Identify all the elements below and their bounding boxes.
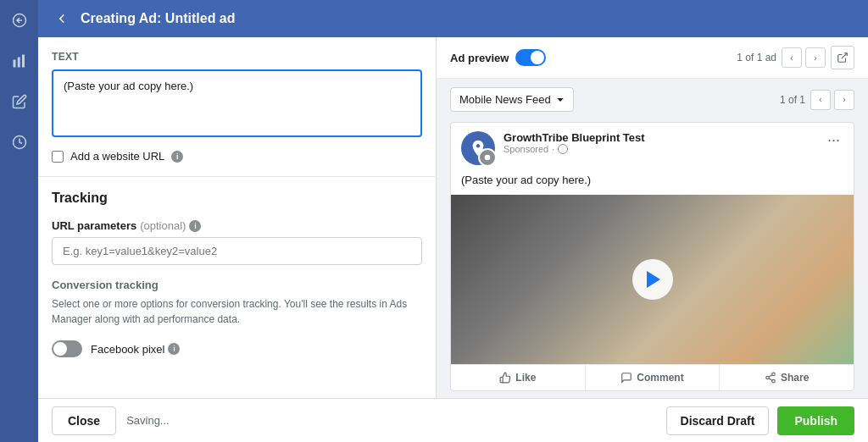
text-section: Text (Paste your ad copy here.) Add a we… <box>38 37 436 177</box>
url-params-input[interactable] <box>52 237 422 265</box>
header-back-button[interactable] <box>52 8 72 29</box>
like-button[interactable]: Like <box>451 365 585 390</box>
svg-point-9 <box>772 373 776 376</box>
placement-selector: Mobile News Feed 1 of 1 ‹ › <box>450 87 854 112</box>
svg-point-11 <box>772 379 776 383</box>
play-triangle-icon <box>647 271 660 288</box>
body-split: Text (Paste your ad copy here.) Add a we… <box>38 37 868 398</box>
add-url-label: Add a website URL <box>70 150 164 163</box>
add-url-checkbox[interactable] <box>52 151 64 163</box>
bar-chart-icon[interactable] <box>8 49 31 73</box>
svg-rect-2 <box>13 60 15 68</box>
url-params-label: URL parameters (optional) i <box>52 219 422 232</box>
header: Creating Ad: Untitled ad <box>38 0 868 37</box>
svg-point-10 <box>766 376 770 379</box>
ad-card-info: GrowthTribe Blueprint Test Sponsored · <box>504 131 815 154</box>
ad-nav-arrows: ‹ › <box>782 47 826 68</box>
add-url-info-icon[interactable]: i <box>171 151 183 163</box>
placement-count: 1 of 1 ‹ › <box>780 90 854 110</box>
share-button[interactable]: Share <box>719 365 854 390</box>
bottom-bar: Close Saving... Discard Draft Publish <box>38 398 868 442</box>
page-title: Creating Ad: Untitled ad <box>81 11 236 26</box>
svg-rect-3 <box>17 58 19 68</box>
external-link-icon[interactable] <box>831 46 854 69</box>
clock-icon[interactable] <box>8 130 31 154</box>
tracking-section: Tracking URL parameters (optional) i Con… <box>38 177 436 381</box>
left-panel: Text (Paste your ad copy here.) Add a we… <box>38 37 437 398</box>
more-options-icon[interactable]: ··· <box>824 131 843 149</box>
ad-actions: Like Comment Share <box>451 364 854 390</box>
ad-preview-left: Ad preview <box>450 49 546 66</box>
svg-line-13 <box>769 375 772 377</box>
sponsored-row: Sponsored · <box>504 144 815 154</box>
ad-preview-label: Ad preview <box>450 52 509 64</box>
back-icon[interactable] <box>8 8 31 32</box>
preview-container: Mobile News Feed 1 of 1 ‹ › <box>437 79 868 398</box>
main-content: Creating Ad: Untitled ad Text (Paste you… <box>38 0 868 442</box>
conversion-tracking-label: Conversion tracking <box>52 279 422 291</box>
ad-preview-toggle[interactable] <box>515 49 546 66</box>
conversion-tracking-desc: Select one or more options for conversio… <box>52 296 422 327</box>
ad-body-text: (Paste your ad copy here.) <box>451 174 854 195</box>
globe-icon <box>558 144 568 154</box>
facebook-pixel-label: Facebook pixel i <box>91 343 180 356</box>
facebook-pixel-toggle[interactable] <box>52 340 82 357</box>
svg-line-12 <box>769 378 772 380</box>
comment-button[interactable]: Comment <box>585 365 720 390</box>
discard-draft-button[interactable]: Discard Draft <box>666 406 770 435</box>
avatar-badge <box>478 148 497 167</box>
svg-rect-4 <box>22 55 25 68</box>
placement-next-button[interactable]: › <box>834 90 854 110</box>
ad-card: GrowthTribe Blueprint Test Sponsored · ·… <box>450 122 854 391</box>
facebook-pixel-row: Facebook pixel i <box>52 340 422 357</box>
ad-count: 1 of 1 ad ‹ › <box>737 46 854 69</box>
close-button[interactable]: Close <box>52 406 116 435</box>
ad-prev-button[interactable]: ‹ <box>782 47 802 68</box>
ad-copy-textarea[interactable]: (Paste your ad copy here.) <box>52 69 422 137</box>
saving-status: Saving... <box>126 414 170 427</box>
right-panel: Ad preview 1 of 1 ad ‹ › <box>437 37 868 398</box>
placement-nav-arrows: ‹ › <box>810 90 854 110</box>
bottom-left: Close Saving... <box>52 406 170 435</box>
placement-dropdown[interactable]: Mobile News Feed <box>450 87 574 112</box>
bottom-right: Discard Draft Publish <box>666 406 854 435</box>
ad-next-button[interactable]: › <box>805 47 826 68</box>
play-button[interactable] <box>632 259 673 300</box>
facebook-pixel-info-icon[interactable]: i <box>168 343 180 355</box>
publish-button[interactable]: Publish <box>777 406 854 435</box>
tracking-title: Tracking <box>52 191 422 206</box>
url-params-info-icon[interactable]: i <box>189 220 201 232</box>
sidebar <box>0 0 38 442</box>
pencil-icon[interactable] <box>8 90 31 113</box>
ad-preview-header: Ad preview 1 of 1 ad ‹ › <box>437 37 868 79</box>
advertiser-name: GrowthTribe Blueprint Test <box>504 131 815 144</box>
text-section-label: Text <box>52 51 422 63</box>
svg-line-6 <box>842 53 847 58</box>
ad-card-header: GrowthTribe Blueprint Test Sponsored · ·… <box>451 123 854 174</box>
placement-prev-button[interactable]: ‹ <box>810 90 831 110</box>
ad-image <box>451 195 854 364</box>
avatar <box>461 131 495 165</box>
add-url-row: Add a website URL i <box>52 150 422 163</box>
svg-marker-7 <box>557 97 564 101</box>
